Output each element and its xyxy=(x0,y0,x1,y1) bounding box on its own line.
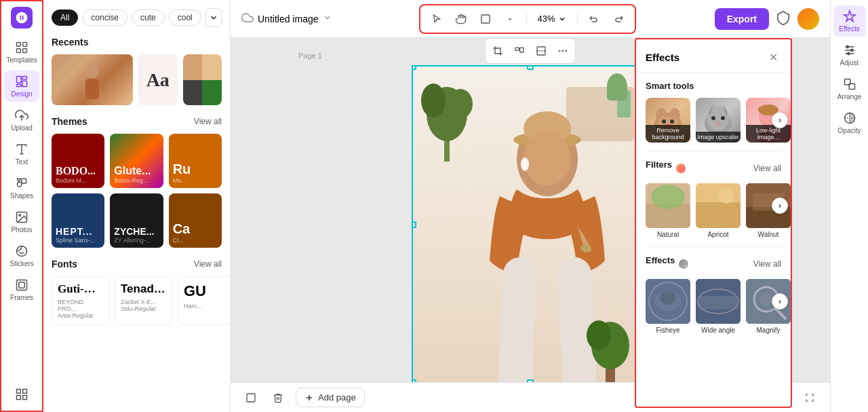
filter-cute[interactable]: cute xyxy=(132,10,165,26)
select-tool-btn[interactable] xyxy=(426,8,448,30)
zoom-control[interactable]: 43% xyxy=(532,11,572,26)
font-card-guti[interactable]: Guti-Bo... BEYOND PRO... Anta-Regular xyxy=(52,276,109,325)
app-logo[interactable] xyxy=(11,7,33,29)
smart-tool-img-remove-bg: Remove background xyxy=(646,98,690,143)
page-settings-btn[interactable] xyxy=(241,388,260,407)
smart-tools-next-btn[interactable]: › xyxy=(772,112,788,128)
theme-sub-hept: Spline Sans-... xyxy=(56,237,96,244)
doc-title[interactable]: Untitled image xyxy=(258,14,319,24)
theme-card-bodoni[interactable]: BODO... Bodoni M... xyxy=(52,134,104,188)
svg-rect-46 xyxy=(247,394,255,402)
effects-close-btn[interactable]: ✕ xyxy=(765,49,781,65)
sidebar-item-shapes[interactable]: Shapes xyxy=(4,172,39,204)
frame-tool-btn[interactable] xyxy=(475,8,496,30)
sidebar-item-stickers[interactable]: Stickers xyxy=(4,240,39,271)
sidebar-item-design[interactable]: Design xyxy=(4,71,39,102)
font-display-tenada: Tenada-... xyxy=(121,282,166,296)
svg-marker-13 xyxy=(17,179,20,182)
theme-name-hept: HEPT... xyxy=(56,226,96,237)
filter-apricot[interactable]: Apricot xyxy=(696,183,741,238)
undo-btn[interactable] xyxy=(583,8,605,30)
font-card-gu[interactable]: GU Ham... xyxy=(178,276,231,325)
effects-title-row: Effects xyxy=(646,255,688,272)
effects-view-all[interactable]: View all xyxy=(753,259,781,269)
flip-btn[interactable] xyxy=(532,41,551,60)
recent-palette-card[interactable] xyxy=(183,54,222,105)
svg-point-41 xyxy=(521,157,529,171)
effect-fisheye[interactable]: Fisheye xyxy=(646,279,690,334)
sidebar-item-templates[interactable]: Templates xyxy=(4,37,39,68)
svg-point-42 xyxy=(580,244,591,252)
handle-ml[interactable] xyxy=(412,221,416,228)
right-tool-adjust[interactable]: Adjust xyxy=(833,39,866,71)
effects-subsection: Effects View all Fisheye xyxy=(636,247,791,342)
effect-img-fisheye xyxy=(646,279,690,324)
recent-photo-card[interactable] xyxy=(52,54,133,105)
fullscreen-btn[interactable] xyxy=(800,388,819,407)
add-page-button[interactable]: Add page xyxy=(296,388,365,407)
sidebar-item-frames[interactable]: Frames xyxy=(4,274,39,305)
smart-tool-upscaler[interactable]: Image upscaler xyxy=(696,98,741,143)
filter-cool[interactable]: cool xyxy=(169,10,201,26)
svg-point-40 xyxy=(524,132,571,186)
sidebar-item-text[interactable]: Text xyxy=(4,138,39,170)
filter-concise[interactable]: concise xyxy=(82,10,127,26)
right-tool-arrange[interactable]: Arrange xyxy=(833,73,866,105)
theme-card-glute[interactable]: Glute... Baloo-Reg... xyxy=(110,134,163,188)
sidebar-shapes-label: Shapes xyxy=(10,192,33,200)
filters-indicator xyxy=(676,164,686,173)
theme-card-ca[interactable]: Ca Cl... xyxy=(169,193,222,248)
handle-bl[interactable] xyxy=(412,379,416,382)
theme-card-zyche[interactable]: ZYCHE... ZY Alluring-... xyxy=(110,193,163,248)
fonts-view-all[interactable]: View all xyxy=(194,259,222,269)
sidebar-item-photos[interactable]: Photos xyxy=(4,206,39,238)
theme-card-ru[interactable]: Ru Mo... xyxy=(169,134,222,188)
svg-point-62 xyxy=(715,121,722,126)
frame-dropdown-btn[interactable] xyxy=(499,8,521,30)
crop-btn[interactable] xyxy=(488,41,507,60)
filters-view-all[interactable]: View all xyxy=(753,164,781,173)
handle-bm[interactable] xyxy=(527,379,534,382)
filter-all[interactable]: All xyxy=(52,10,78,26)
smart-tools-section: Smart tools Remove background xyxy=(636,73,791,151)
more-btn[interactable] xyxy=(553,41,572,60)
fonts-title: Fonts xyxy=(52,259,77,269)
filters-section: Filters View all Natural xyxy=(636,151,791,246)
sidebar-item-grid[interactable] xyxy=(4,383,39,405)
filter-dropdown[interactable] xyxy=(205,8,222,27)
export-button[interactable]: Export xyxy=(715,8,769,30)
svg-rect-80 xyxy=(699,296,737,310)
right-tool-opacity[interactable]: Opacity xyxy=(833,107,866,138)
right-tool-effects[interactable]: Effects xyxy=(833,5,866,37)
canvas-frame[interactable] xyxy=(412,65,649,382)
effects-next-btn[interactable]: › xyxy=(772,293,788,310)
filters-next-btn[interactable]: › xyxy=(772,198,788,214)
font-sub2-tenada: Stilu-Regular xyxy=(121,305,166,312)
redo-btn[interactable] xyxy=(608,8,629,30)
effect-wide-angle[interactable]: Wide angle xyxy=(696,279,741,334)
shield-icon[interactable] xyxy=(776,10,791,27)
title-chevron-icon[interactable] xyxy=(323,13,332,24)
font-card-tenada[interactable]: Tenada-... Zacbel X-E... Stilu-Regular xyxy=(115,276,172,325)
hand-tool-btn[interactable] xyxy=(450,8,472,30)
right-tool-arrange-label: Arrange xyxy=(837,93,862,100)
handle-tl[interactable] xyxy=(412,65,416,70)
handle-tm[interactable] xyxy=(527,65,534,70)
delete-btn[interactable] xyxy=(269,388,288,407)
themes-view-all[interactable]: View all xyxy=(194,117,222,126)
smart-tool-label-lowlight: Low-light image... xyxy=(746,125,791,143)
svg-rect-70 xyxy=(696,202,741,228)
user-avatar[interactable] xyxy=(797,8,819,30)
filter-cards-grid: Natural Apricot xyxy=(646,183,781,238)
theme-card-hept[interactable]: HEPT... Spline Sans-... xyxy=(52,193,104,248)
svg-point-31 xyxy=(562,50,564,52)
svg-rect-4 xyxy=(17,77,22,83)
svg-rect-2 xyxy=(17,49,21,53)
recent-font-card[interactable]: Aa xyxy=(138,54,178,105)
svg-point-11 xyxy=(17,182,22,187)
filter-natural[interactable]: Natural xyxy=(646,183,690,238)
aspect-btn[interactable] xyxy=(510,41,529,60)
svg-point-30 xyxy=(559,50,561,52)
sidebar-item-upload[interactable]: Upload xyxy=(4,105,39,136)
smart-tool-remove-bg[interactable]: Remove background xyxy=(646,98,690,143)
